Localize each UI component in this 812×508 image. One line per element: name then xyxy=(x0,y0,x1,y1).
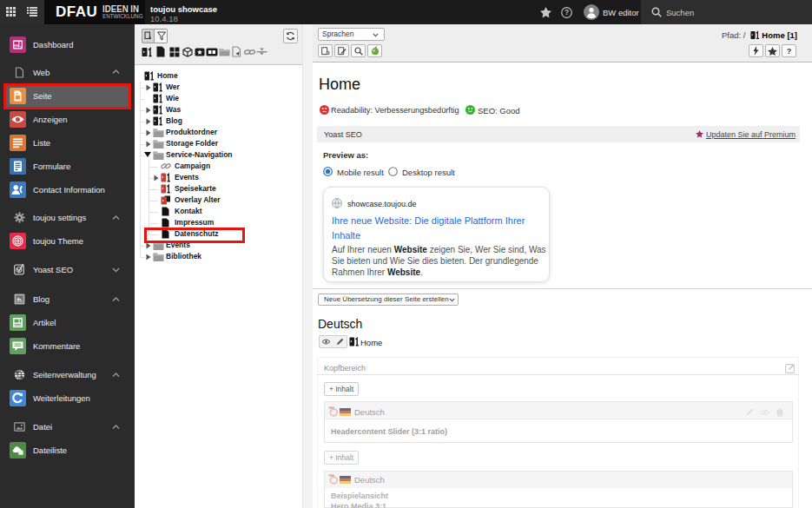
svg-text:?: ? xyxy=(564,8,569,16)
